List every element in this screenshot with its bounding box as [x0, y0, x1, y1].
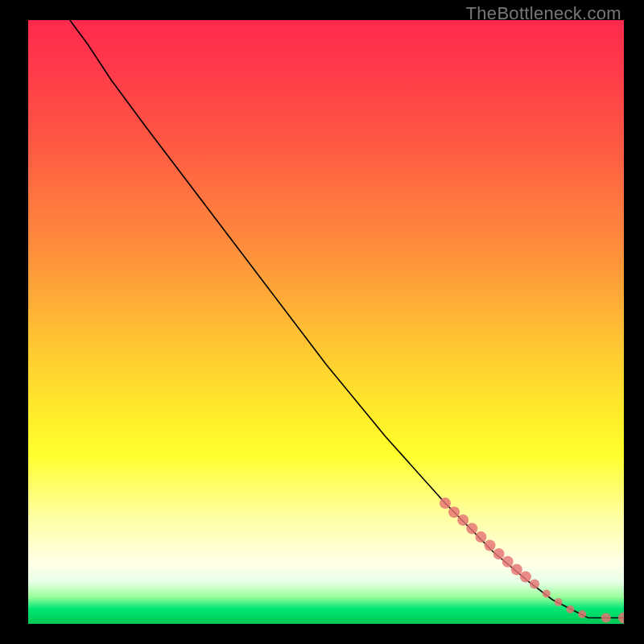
data-marker — [457, 514, 469, 526]
data-marker — [440, 497, 451, 509]
data-marker — [511, 564, 522, 576]
chart-svg — [28, 20, 624, 624]
data-marker — [543, 590, 551, 598]
marker-group — [440, 497, 624, 624]
data-marker — [502, 556, 514, 568]
data-marker — [448, 506, 460, 518]
plot-area — [28, 20, 624, 624]
data-marker — [578, 610, 586, 618]
data-marker — [466, 523, 477, 535]
data-marker — [566, 605, 574, 613]
chart-frame: TheBottleneck.com — [0, 0, 644, 644]
data-marker — [555, 598, 563, 606]
data-marker — [475, 531, 486, 543]
data-marker — [530, 580, 539, 589]
data-marker — [618, 613, 624, 624]
data-marker — [520, 572, 531, 583]
data-marker — [493, 548, 505, 559]
curve-line — [70, 20, 624, 618]
data-marker — [601, 613, 611, 623]
data-marker — [485, 540, 496, 551]
